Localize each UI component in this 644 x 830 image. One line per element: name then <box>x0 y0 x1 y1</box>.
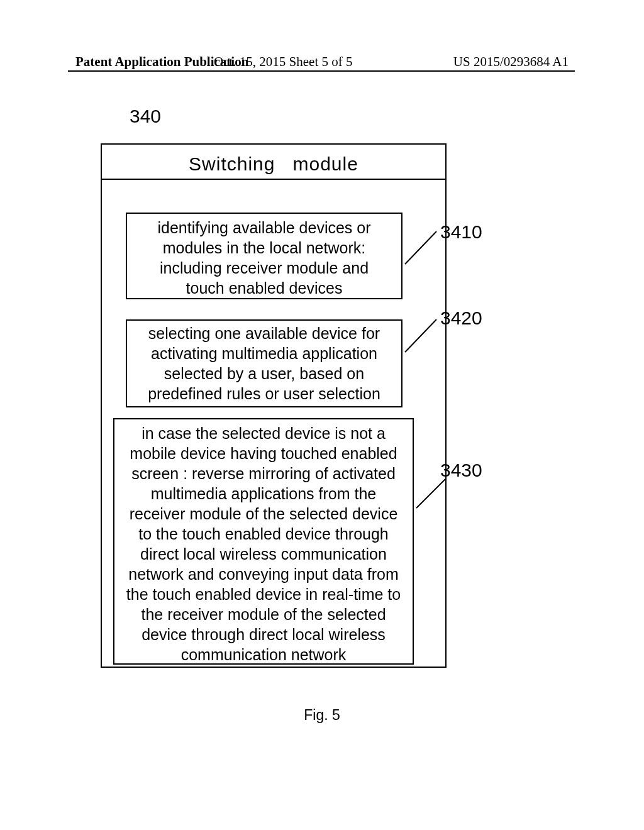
svg-line-0 <box>405 231 436 264</box>
reference-numeral-3410: 3410 <box>440 221 482 243</box>
step-text-3410: identifying available devices or modules… <box>157 219 370 297</box>
reference-numeral-340: 340 <box>130 106 161 127</box>
svg-line-1 <box>405 319 436 352</box>
leader-line-3420 <box>404 317 441 355</box>
header-rule <box>68 70 575 72</box>
reference-numeral-3430: 3430 <box>440 460 482 481</box>
figure-caption: Fig. 5 <box>0 707 644 724</box>
module-title-rule <box>102 179 445 180</box>
leader-line-3430 <box>415 477 449 511</box>
step-text-3430: in case the selected device is not a mob… <box>126 424 401 663</box>
switching-module-title: Switching module <box>101 153 447 175</box>
step-box-3420: selecting one available device for activ… <box>126 319 402 407</box>
step-text-3420: selecting one available device for activ… <box>148 324 380 402</box>
leader-line-3410 <box>404 229 441 267</box>
reference-numeral-3420: 3420 <box>440 307 482 329</box>
step-box-3410: identifying available devices or modules… <box>126 213 402 299</box>
header-publication-number: US 2015/0293684 A1 <box>453 54 569 70</box>
step-box-3430: in case the selected device is not a mob… <box>113 418 414 665</box>
svg-line-2 <box>416 479 445 508</box>
page-header: Patent Application Publication Oct. 15, … <box>0 54 644 70</box>
patent-figure-page: Patent Application Publication Oct. 15, … <box>0 0 644 830</box>
header-date-sheet: Oct. 15, 2015 Sheet 5 of 5 <box>214 54 352 70</box>
